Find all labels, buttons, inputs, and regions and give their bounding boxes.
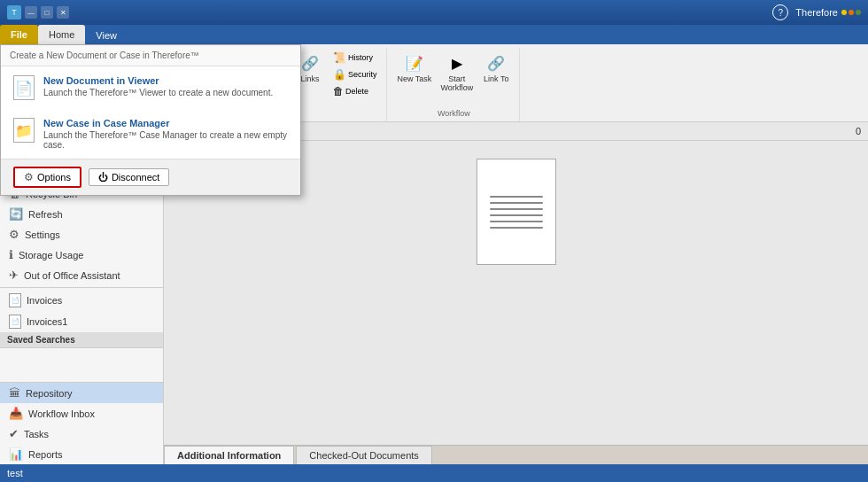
new-task-button[interactable]: 📝 New Task [394,50,436,87]
options-icon: ⚙ [24,171,34,183]
dot-orange [849,10,854,15]
invoices-icon: 📄 [9,293,21,307]
doc-line-6 [490,227,543,229]
disconnect-icon: ⏻ [98,172,108,183]
title-bar-left: T — □ ✕ [7,5,69,19]
invoices1-label: Invoices1 [27,316,67,327]
tab-home[interactable]: Home [38,25,85,44]
delete-icon: 🗑 [333,85,344,97]
history-label: History [348,53,373,62]
repository-icon: 🏛 [9,386,20,400]
close-button[interactable]: ✕ [57,6,69,19]
new-document-icon: 📄 [13,75,35,100]
tasks-label: Tasks [24,429,49,439]
tab-view[interactable]: View [85,27,128,44]
invoices1-icon: 📄 [9,315,21,329]
therefore-text: Therefore [795,7,838,18]
links-icon: 🔗 [299,52,321,74]
sidebar-item-invoices1[interactable]: 📄 Invoices1 [0,311,163,332]
sidebar-item-invoices[interactable]: 📄 Invoices [0,290,163,311]
history-delete-col: 📜 History 🔒 Security 🗑 Delete [329,50,381,99]
file-dropdown-header: Create a New Document or Case in Therefo… [1,45,300,66]
sidebar-divider-1 [0,287,163,288]
security-button[interactable]: 🔒 Security [329,66,381,82]
tab-file[interactable]: File [0,25,38,44]
link-to-button[interactable]: 🔗 Link To [478,50,514,87]
new-document-desc: Launch the Therefore™ Viewer to create a… [43,88,273,97]
options-label: Options [37,172,71,183]
status-text: test [7,468,23,478]
new-case-text: New Case in Case Manager Launch the Ther… [43,118,288,150]
history-icon: 📜 [333,51,346,64]
sidebar-item-settings[interactable]: ⚙ Settings [0,224,163,245]
disconnect-button[interactable]: ⏻ Disconnect [89,168,169,186]
doc-preview-box [477,159,556,265]
reports-label: Reports [28,449,63,460]
new-case-title: New Case in Case Manager [43,118,288,128]
new-case-icon: 📁 [13,118,35,143]
saved-searches-label: Saved Searches [0,332,163,348]
security-label: Security [348,70,377,79]
links-label: Links [300,75,319,84]
security-icon: 🔒 [333,68,346,81]
bottom-tabs: Additional Information Checked-Out Docum… [164,445,868,464]
workflow-inbox-label: Workflow Inbox [28,408,95,419]
new-document-title: New Document in Viewer [43,75,273,86]
sidebar-item-refresh[interactable]: 🔄 Refresh [0,204,163,224]
doc-line-1 [490,196,543,198]
delete-label: Delete [345,87,368,96]
file-dropdown: Create a New Document or Case in Therefo… [0,44,301,196]
maximize-button[interactable]: □ [41,6,53,19]
sidebar-item-repository[interactable]: 🏛 Repository [0,383,163,403]
new-case-desc: Launch the Therefore™ Case Manager to cr… [43,130,288,150]
dot-green [856,10,861,15]
doc-line-5 [490,221,543,222]
additional-info-count: 0 [856,126,861,136]
therefore-logo: ? Therefore [772,4,861,20]
workflow-inbox-icon: 📥 [9,407,23,420]
workflow-buttons: 📝 New Task ▶ StartWorkflow 🔗 Link To [394,50,515,109]
help-button[interactable]: ? [772,4,788,20]
sidebar-item-reports[interactable]: 📊 Reports [0,444,163,464]
refresh-label: Refresh [28,209,63,220]
delete-button[interactable]: 🗑 Delete [329,83,381,99]
sidebar-item-storage-usage[interactable]: ℹ Storage Usage [0,245,163,265]
start-workflow-button[interactable]: ▶ StartWorkflow [437,50,477,96]
app-icon: T [7,5,21,19]
disconnect-label: Disconnect [112,172,159,183]
refresh-icon: 🔄 [9,207,23,221]
doc-line-3 [490,208,543,210]
dot-yellow [841,10,847,15]
minimize-button[interactable]: — [25,6,37,19]
tasks-icon: ✔ [9,427,19,440]
sidebar-item-workflow-inbox[interactable]: 📥 Workflow Inbox [0,403,163,424]
ribbon-links-group: 🔗 Links 📜 History 🔒 Security 🗑 Delete [287,48,387,121]
settings-icon: ⚙ [9,228,19,241]
tab-additional-information[interactable]: Additional Information [164,446,294,464]
doc-line-4 [490,214,543,216]
repository-label: Repository [26,388,73,399]
options-button[interactable]: ⚙ Options [13,167,81,188]
invoices-label: Invoices [27,295,62,306]
ribbon-tabs: File Home View [0,25,868,44]
reports-icon: 📊 [9,447,23,461]
history-button[interactable]: 📜 History [329,50,381,66]
new-document-text: New Document in Viewer Launch the Theref… [43,75,273,97]
dropdown-item-new-document[interactable]: 📄 New Document in Viewer Launch the Ther… [1,66,300,109]
workflow-label: Workflow [438,109,470,120]
out-of-office-icon: ✈ [9,268,19,282]
link-to-icon: 🔗 [485,52,507,74]
title-bar: T — □ ✕ ? Therefore [0,0,868,25]
dropdown-footer: ⚙ Options ⏻ Disconnect [1,159,300,195]
sidebar-item-out-of-office[interactable]: ✈ Out of Office Assistant [0,265,163,285]
dropdown-item-new-case[interactable]: 📁 New Case in Case Manager Launch the Th… [1,109,300,159]
start-workflow-icon: ▶ [446,52,468,74]
status-bar: test [0,464,868,482]
link-to-label: Link To [484,75,508,84]
tab-checked-out-documents[interactable]: Checked-Out Documents [296,446,432,464]
sidebar-item-tasks[interactable]: ✔ Tasks [0,424,163,444]
links-buttons: 🔗 Links 📜 History 🔒 Security 🗑 Delete [292,50,381,120]
storage-usage-label: Storage Usage [19,250,83,260]
doc-line-2 [490,202,543,204]
new-task-icon: 📝 [404,52,425,74]
